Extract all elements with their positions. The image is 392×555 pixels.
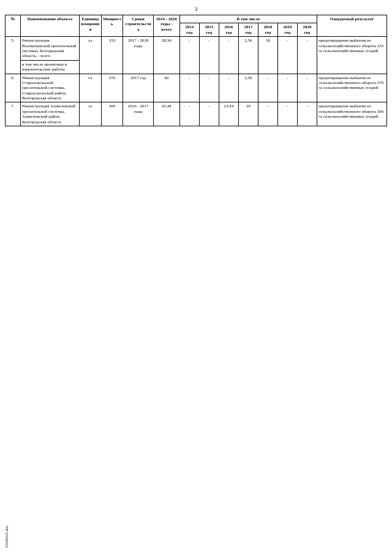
row-7-2020: -	[297, 102, 317, 126]
col-period-header: 2014 - 2020 годы - всего	[154, 15, 180, 37]
row-6-2015: -	[199, 74, 219, 102]
row-6-result: предотвращение выбытия из сельскохозяйст…	[317, 74, 386, 102]
row-7-power: 300	[101, 102, 123, 126]
row-5-result: предотвращение выбытия из сельскохозяйст…	[317, 37, 386, 74]
col-num-header: №	[6, 15, 21, 37]
row-7-2014: -	[179, 102, 199, 126]
row-7-2018: -	[258, 102, 277, 126]
row-6-2020: -	[297, 74, 317, 102]
row-6-total: 60	[154, 74, 180, 102]
row-7-2015: -	[199, 102, 219, 126]
col-2014-header: 2014год	[179, 23, 199, 37]
row-5-unit: га	[80, 37, 102, 74]
col-result-header: Ожидаемый результат	[317, 15, 386, 37]
row-7-result: предотвращение выбытия из сельскохозяйст…	[317, 102, 386, 126]
col-2016-header: 2016год	[219, 23, 238, 37]
document-id: 23100121.doc	[4, 525, 9, 548]
row-5-2016: -	[219, 37, 238, 74]
row-7-2019: -	[277, 102, 297, 126]
row-6-term: 2017 год	[123, 74, 154, 102]
row-6-2019: -	[277, 74, 297, 102]
row-5-2018: 36	[258, 37, 277, 74]
row-5-2014: -	[179, 37, 199, 74]
row-5-total: 38,56	[154, 37, 180, 74]
row-5-2020: -	[297, 37, 317, 74]
row-6-power: 570	[101, 74, 123, 102]
row-7-unit: га	[80, 102, 102, 126]
col-2018-header: 2018год	[258, 23, 277, 37]
col-name-header: Наименование объекта	[20, 15, 79, 37]
header-row-1: № Наименование объекта Единица измерения…	[6, 15, 387, 23]
col-2015-header: 2015год	[199, 23, 219, 37]
row-num-5: 5.	[6, 37, 21, 74]
row-6-2016: -	[219, 74, 238, 102]
col-inthnum-header: В том числе	[179, 15, 317, 23]
page: 3 № Наименование объекта Единица измерен…	[0, 0, 392, 555]
col-2020-header: 2020год	[297, 23, 317, 37]
page-number: 3	[5, 6, 387, 12]
row-7-2017: 20	[238, 102, 258, 126]
row-6-unit: га	[80, 74, 102, 102]
row-6-2014: -	[179, 74, 199, 102]
row-6-2018: -	[258, 74, 277, 102]
main-table: № Наименование объекта Единица измерения…	[5, 15, 387, 126]
col-2019-header: 2019год	[277, 23, 297, 37]
row-5-2015: -	[199, 37, 219, 74]
row-5-term: 2017 - 2018 годы	[123, 37, 154, 74]
col-term-header: Сроки строительства	[123, 15, 154, 37]
row-7-total: 43,44	[154, 102, 180, 126]
col-unit-header: Единица измерения	[80, 15, 102, 37]
table-row: 7. Реконструкция Алексеевской оросительн…	[6, 102, 387, 126]
table-row: 5. Реконструкция Волоконовской ороситель…	[6, 37, 387, 61]
row-5-2017: 2,56	[238, 37, 258, 74]
row-6-name: Реконструкция Старооскольской оросительн…	[20, 74, 79, 102]
row-7-term: 2016 - 2017 годы	[123, 102, 154, 126]
row-5-name: Реконструкция Волоконовской оросительной…	[20, 37, 79, 61]
row-num-6: 6.	[6, 74, 21, 102]
row-5-sub-name: в том числе проектные и изыскательские р…	[20, 60, 79, 74]
row-5-2019: -	[277, 37, 297, 74]
row-5-power: 333	[101, 37, 123, 74]
row-6-2017: 2,56	[238, 74, 258, 102]
row-7-name: Реконструкция Алексеевской оросительной …	[20, 102, 79, 126]
table-row: 6. Реконструкция Старооскольской оросите…	[6, 74, 387, 102]
col-2017-header: 2017год	[238, 23, 258, 37]
row-7-2016: 23,44	[219, 102, 238, 126]
row-num-7: 7.	[6, 102, 21, 126]
col-power-header: Мощность	[101, 15, 123, 37]
